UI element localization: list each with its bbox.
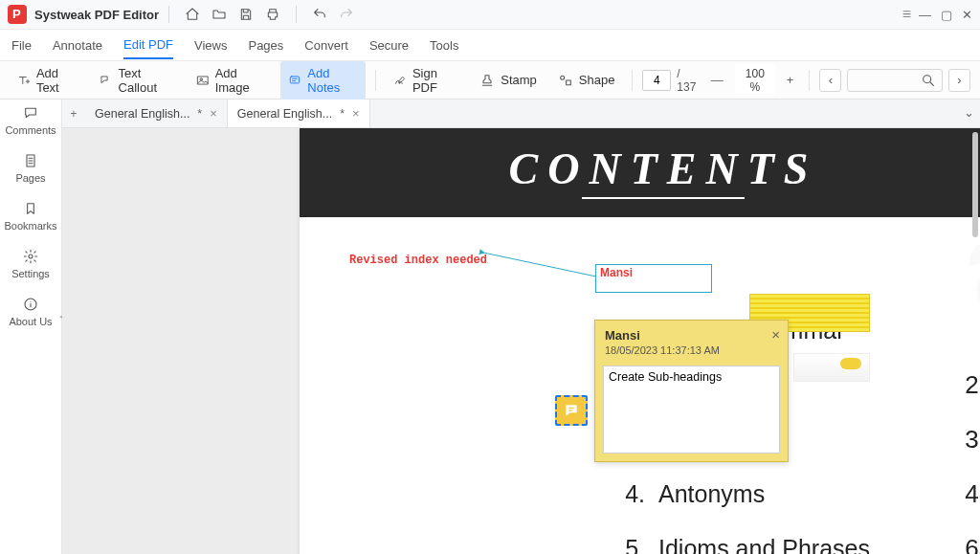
menu-tools[interactable]: Tools <box>430 33 458 58</box>
close-window-icon[interactable]: ✕ <box>962 8 972 22</box>
edit-toolbar: Add Text Text Callout Add Image Add Note… <box>0 61 980 100</box>
tab-close-icon[interactable]: × <box>210 106 217 121</box>
add-text-label: Add Text <box>36 66 78 95</box>
nav-next-button[interactable]: › <box>948 69 970 92</box>
shape-button[interactable]: Shape <box>550 68 623 93</box>
sidebar-item-label: About Us <box>9 316 52 327</box>
sidebar-item-label: Bookmarks <box>4 220 56 232</box>
banner-title: CONTENTS <box>509 147 818 191</box>
document-tab[interactable]: General English... * × <box>85 100 228 127</box>
add-text-button[interactable]: Add Text <box>10 61 86 100</box>
callout-text-box[interactable]: Mansi <box>595 264 712 293</box>
home-icon[interactable] <box>185 7 200 22</box>
note-author: Mansi <box>605 328 778 343</box>
stamp-label: Stamp <box>501 73 537 87</box>
sidebar-item-label: Comments <box>5 124 56 136</box>
sidebar-item-comments[interactable]: Comments <box>5 105 56 136</box>
document-tabs: + General English... * × General English… <box>62 100 980 128</box>
menu-views[interactable]: Views <box>194 33 227 58</box>
add-image-button[interactable]: Add Image <box>189 61 276 100</box>
hamburger-icon[interactable]: ≡ <box>902 6 911 23</box>
print-icon[interactable] <box>265 7 280 22</box>
revision-annotation[interactable]: Revised index needed <box>349 255 487 266</box>
side-panel: Comments Pages Bookmarks Settings About … <box>0 100 62 554</box>
callout-author: Mansi <box>600 266 633 279</box>
stamp-button[interactable]: Stamp <box>472 68 545 93</box>
svg-rect-4 <box>567 80 571 85</box>
tab-dirty-indicator: * <box>197 107 202 121</box>
note-body-input[interactable] <box>603 366 780 454</box>
menu-annotate[interactable]: Annotate <box>53 33 102 58</box>
page-total-label: / 137 <box>677 67 699 94</box>
menu-pages[interactable]: Pages <box>248 33 283 58</box>
svg-point-5 <box>924 75 931 82</box>
text-callout-button[interactable]: Text Callout <box>92 61 183 100</box>
separator <box>632 70 633 91</box>
menu-file[interactable]: File <box>11 33 32 58</box>
sign-pdf-button[interactable]: Sign PDF <box>386 61 466 100</box>
menubar: File Annotate Edit PDF Views Pages Conve… <box>0 30 980 61</box>
new-tab-button[interactable]: + <box>62 100 85 127</box>
divider <box>296 6 297 23</box>
undo-icon[interactable] <box>312 7 327 22</box>
zoom-level[interactable]: 100 % <box>735 64 775 97</box>
divider <box>168 6 169 23</box>
shape-label: Shape <box>579 73 615 87</box>
folder-icon[interactable] <box>212 7 227 22</box>
svg-rect-2 <box>291 76 300 82</box>
sidebar-item-label: Settings <box>11 268 50 279</box>
note-close-icon[interactable]: × <box>771 326 780 343</box>
sidebar-item-bookmarks[interactable]: Bookmarks <box>4 201 56 232</box>
search-icon <box>921 73 936 88</box>
sidebar-item-label: Pages <box>15 172 45 184</box>
sidebar-item-settings[interactable]: Settings <box>11 249 50 279</box>
separator <box>809 70 810 91</box>
search-input[interactable] <box>847 69 942 92</box>
menu-secure[interactable]: Secure <box>369 33 409 58</box>
app-title: Systweak PDF Editor <box>34 8 159 22</box>
sign-pdf-label: Sign PDF <box>412 66 458 95</box>
tabs-overflow-icon[interactable]: ⌄ <box>964 105 974 120</box>
menu-convert[interactable]: Convert <box>304 33 348 58</box>
separator <box>375 70 376 91</box>
page-number-input[interactable] <box>642 70 671 91</box>
zoom-out-button[interactable]: — <box>705 73 729 87</box>
add-notes-label: Add Notes <box>307 66 358 95</box>
svg-point-7 <box>29 255 33 258</box>
tab-label: General English... <box>237 107 332 121</box>
toc-item: 4.Antonyms48 - <box>609 479 980 509</box>
note-icon <box>563 403 580 418</box>
nav-prev-button[interactable]: ‹ <box>819 69 841 92</box>
minimize-icon[interactable]: — <box>919 8 931 22</box>
titlebar: Systweak PDF Editor ≡ — ▢ ✕ <box>0 0 980 30</box>
tab-label: General English... <box>95 107 189 121</box>
document-tab[interactable]: General English... * × <box>228 100 370 127</box>
save-icon[interactable] <box>238 7 254 22</box>
svg-rect-0 <box>197 76 207 83</box>
sidebar-item-pages[interactable]: Pages <box>15 153 45 184</box>
menu-edit-pdf[interactable]: Edit PDF <box>123 32 173 59</box>
banner-rule <box>582 197 745 199</box>
tab-close-icon[interactable]: × <box>352 106 360 121</box>
sidebar-item-about[interactable]: About Us <box>9 297 52 327</box>
add-notes-button[interactable]: Add Notes <box>280 61 366 100</box>
svg-point-3 <box>561 76 565 79</box>
maximize-icon[interactable]: ▢ <box>941 8 952 22</box>
tab-dirty-indicator: * <box>340 107 345 121</box>
add-image-label: Add Image <box>215 66 268 95</box>
redo-icon[interactable] <box>339 7 354 22</box>
toc-item: 5.Idioms and Phrases63 - <box>609 534 980 554</box>
page-scrollbar[interactable] <box>972 128 978 554</box>
sticky-note-popup[interactable]: Mansi 18/05/2023 11:37:13 AM × <box>594 320 789 462</box>
document-canvas[interactable]: CONTENTS a 1.English Grammar1 - 2.Vocabu… <box>62 128 980 554</box>
note-timestamp: 18/05/2023 11:37:13 AM <box>605 344 778 356</box>
text-callout-label: Text Callout <box>119 66 175 95</box>
zoom-in-button[interactable]: + <box>781 73 800 87</box>
sticky-note-marker[interactable] <box>555 395 588 426</box>
page-banner: CONTENTS <box>300 128 980 217</box>
app-logo <box>8 5 27 24</box>
